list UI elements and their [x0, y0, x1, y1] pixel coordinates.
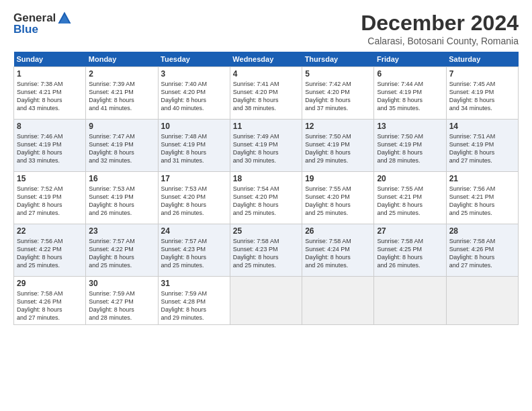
calendar-cell: 8Sunrise: 7:46 AM Sunset: 4:19 PM Daylig… [14, 120, 86, 172]
calendar-cell: 21Sunrise: 7:56 AM Sunset: 4:21 PM Dayli… [446, 172, 518, 224]
day-info: Sunrise: 7:41 AM Sunset: 4:20 PM Dayligh… [233, 80, 299, 113]
calendar-week-1: 1Sunrise: 7:38 AM Sunset: 4:21 PM Daylig… [14, 67, 519, 120]
subtitle: Calarasi, Botosani County, Romania [361, 36, 519, 46]
day-number: 12 [305, 122, 371, 131]
calendar-cell: 12Sunrise: 7:50 AM Sunset: 4:19 PM Dayli… [302, 120, 374, 172]
day-number: 15 [17, 174, 83, 183]
calendar-cell: 19Sunrise: 7:55 AM Sunset: 4:20 PM Dayli… [302, 172, 374, 224]
day-info: Sunrise: 7:59 AM Sunset: 4:28 PM Dayligh… [161, 289, 227, 322]
day-info: Sunrise: 7:47 AM Sunset: 4:19 PM Dayligh… [89, 132, 154, 165]
day-info: Sunrise: 7:45 AM Sunset: 4:19 PM Dayligh… [449, 80, 515, 113]
day-info: Sunrise: 7:42 AM Sunset: 4:20 PM Dayligh… [305, 80, 371, 113]
day-number: 22 [17, 226, 83, 236]
calendar-cell: 23Sunrise: 7:57 AM Sunset: 4:22 PM Dayli… [86, 224, 158, 277]
month-title: December 2024 [361, 11, 519, 36]
day-number: 13 [377, 122, 443, 131]
day-info: Sunrise: 7:40 AM Sunset: 4:20 PM Dayligh… [161, 80, 227, 113]
calendar-cell: 28Sunrise: 7:58 AM Sunset: 4:26 PM Dayli… [446, 224, 518, 277]
day-info: Sunrise: 7:57 AM Sunset: 4:22 PM Dayligh… [89, 237, 154, 270]
day-number: 2 [89, 69, 154, 79]
calendar-week-3: 15Sunrise: 7:52 AM Sunset: 4:19 PM Dayli… [14, 172, 519, 224]
day-number: 29 [17, 279, 83, 288]
calendar-cell: 29Sunrise: 7:58 AM Sunset: 4:26 PM Dayli… [14, 277, 86, 325]
day-number: 5 [305, 69, 371, 79]
day-info: Sunrise: 7:57 AM Sunset: 4:23 PM Dayligh… [161, 237, 227, 270]
day-number: 10 [161, 122, 227, 131]
calendar-cell: 14Sunrise: 7:51 AM Sunset: 4:19 PM Dayli… [446, 120, 518, 172]
day-info: Sunrise: 7:50 AM Sunset: 4:19 PM Dayligh… [377, 132, 443, 165]
day-number: 28 [449, 226, 515, 236]
day-info: Sunrise: 7:54 AM Sunset: 4:20 PM Dayligh… [233, 185, 299, 218]
day-number: 20 [377, 174, 443, 183]
calendar-header-saturday: Saturday [446, 52, 518, 67]
day-info: Sunrise: 7:56 AM Sunset: 4:22 PM Dayligh… [17, 237, 83, 270]
day-number: 27 [377, 226, 443, 236]
calendar-cell: 17Sunrise: 7:53 AM Sunset: 4:20 PM Dayli… [158, 172, 230, 224]
calendar-cell: 27Sunrise: 7:58 AM Sunset: 4:25 PM Dayli… [374, 224, 446, 277]
day-number: 26 [305, 226, 371, 236]
calendar-cell: 11Sunrise: 7:49 AM Sunset: 4:19 PM Dayli… [230, 120, 302, 172]
calendar-cell: 30Sunrise: 7:59 AM Sunset: 4:27 PM Dayli… [86, 277, 158, 325]
day-info: Sunrise: 7:53 AM Sunset: 4:19 PM Dayligh… [89, 185, 154, 218]
day-info: Sunrise: 7:44 AM Sunset: 4:19 PM Dayligh… [377, 80, 443, 113]
day-number: 23 [89, 226, 154, 236]
day-number: 31 [161, 279, 227, 288]
calendar: SundayMondayTuesdayWednesdayThursdayFrid… [13, 52, 519, 325]
calendar-cell: 20Sunrise: 7:55 AM Sunset: 4:21 PM Dayli… [374, 172, 446, 224]
logo-blue: Blue [13, 23, 38, 36]
calendar-header-friday: Friday [374, 52, 446, 67]
day-number: 14 [449, 122, 515, 131]
calendar-cell [446, 277, 518, 325]
calendar-header-monday: Monday [86, 52, 158, 67]
day-info: Sunrise: 7:59 AM Sunset: 4:27 PM Dayligh… [89, 289, 154, 322]
day-info: Sunrise: 7:56 AM Sunset: 4:21 PM Dayligh… [449, 185, 515, 218]
calendar-header-tuesday: Tuesday [158, 52, 230, 67]
calendar-cell: 26Sunrise: 7:58 AM Sunset: 4:24 PM Dayli… [302, 224, 374, 277]
day-number: 7 [449, 69, 515, 79]
day-number: 1 [17, 69, 83, 79]
page: General Blue December 2024 Calarasi, Bot… [0, 0, 532, 411]
calendar-cell: 24Sunrise: 7:57 AM Sunset: 4:23 PM Dayli… [158, 224, 230, 277]
day-info: Sunrise: 7:58 AM Sunset: 4:25 PM Dayligh… [377, 237, 443, 270]
calendar-header-thursday: Thursday [302, 52, 374, 67]
day-number: 9 [89, 122, 154, 131]
calendar-cell: 10Sunrise: 7:48 AM Sunset: 4:19 PM Dayli… [158, 120, 230, 172]
day-info: Sunrise: 7:53 AM Sunset: 4:20 PM Dayligh… [161, 185, 227, 218]
day-number: 11 [233, 122, 299, 131]
day-number: 17 [161, 174, 227, 183]
calendar-cell: 15Sunrise: 7:52 AM Sunset: 4:19 PM Dayli… [14, 172, 86, 224]
day-info: Sunrise: 7:58 AM Sunset: 4:26 PM Dayligh… [449, 237, 515, 270]
calendar-cell: 4Sunrise: 7:41 AM Sunset: 4:20 PM Daylig… [230, 67, 302, 120]
calendar-header-wednesday: Wednesday [230, 52, 302, 67]
calendar-cell: 6Sunrise: 7:44 AM Sunset: 4:19 PM Daylig… [374, 67, 446, 120]
calendar-cell: 1Sunrise: 7:38 AM Sunset: 4:21 PM Daylig… [14, 67, 86, 120]
day-info: Sunrise: 7:50 AM Sunset: 4:19 PM Dayligh… [305, 132, 371, 165]
calendar-header-row: SundayMondayTuesdayWednesdayThursdayFrid… [14, 52, 519, 67]
calendar-cell: 18Sunrise: 7:54 AM Sunset: 4:20 PM Dayli… [230, 172, 302, 224]
calendar-cell [302, 277, 374, 325]
day-number: 16 [89, 174, 154, 183]
calendar-week-4: 22Sunrise: 7:56 AM Sunset: 4:22 PM Dayli… [14, 224, 519, 277]
title-section: December 2024 Calarasi, Botosani County,… [361, 11, 519, 46]
day-info: Sunrise: 7:58 AM Sunset: 4:23 PM Dayligh… [233, 237, 299, 270]
day-info: Sunrise: 7:52 AM Sunset: 4:19 PM Dayligh… [17, 185, 83, 218]
day-number: 30 [89, 279, 154, 288]
day-info: Sunrise: 7:51 AM Sunset: 4:19 PM Dayligh… [449, 132, 515, 165]
calendar-body: 1Sunrise: 7:38 AM Sunset: 4:21 PM Daylig… [14, 67, 519, 325]
calendar-cell [230, 277, 302, 325]
calendar-header-sunday: Sunday [14, 52, 86, 67]
day-info: Sunrise: 7:48 AM Sunset: 4:19 PM Dayligh… [161, 132, 227, 165]
day-number: 19 [305, 174, 371, 183]
calendar-week-5: 29Sunrise: 7:58 AM Sunset: 4:26 PM Dayli… [14, 277, 519, 325]
calendar-cell: 9Sunrise: 7:47 AM Sunset: 4:19 PM Daylig… [86, 120, 158, 172]
day-number: 4 [233, 69, 299, 79]
day-number: 8 [17, 122, 83, 131]
calendar-cell: 7Sunrise: 7:45 AM Sunset: 4:19 PM Daylig… [446, 67, 518, 120]
day-info: Sunrise: 7:38 AM Sunset: 4:21 PM Dayligh… [17, 80, 83, 113]
logo: General Blue [13, 11, 72, 36]
day-info: Sunrise: 7:58 AM Sunset: 4:24 PM Dayligh… [305, 237, 371, 270]
calendar-cell: 2Sunrise: 7:39 AM Sunset: 4:21 PM Daylig… [86, 67, 158, 120]
day-info: Sunrise: 7:58 AM Sunset: 4:26 PM Dayligh… [17, 289, 83, 322]
calendar-cell: 13Sunrise: 7:50 AM Sunset: 4:19 PM Dayli… [374, 120, 446, 172]
calendar-cell: 5Sunrise: 7:42 AM Sunset: 4:20 PM Daylig… [302, 67, 374, 120]
